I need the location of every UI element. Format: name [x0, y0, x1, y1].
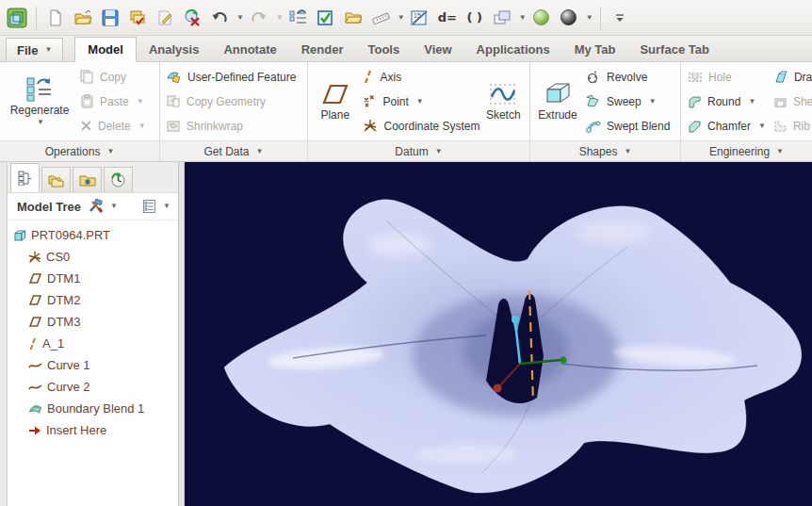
tree-item-label: DTM3 [47, 315, 80, 329]
parameters-button[interactable]: ( ) [463, 5, 487, 31]
tab-view[interactable]: View [412, 38, 463, 61]
extrude-button[interactable]: Extrude [533, 64, 582, 139]
coordinate-system-icon [363, 119, 378, 133]
verify-button[interactable] [314, 5, 338, 31]
navigator-collapse-strip[interactable] [0, 162, 8, 506]
sweep-button[interactable]: Sweep ▼ [582, 90, 674, 114]
tree-settings-icon[interactable] [142, 199, 156, 214]
operations-group-label[interactable]: Operations ▼ [0, 140, 159, 161]
appearance-ball-green-button[interactable] [529, 5, 554, 31]
folder-browser-tab[interactable] [41, 167, 71, 192]
tree-item-dtm3[interactable]: DTM3 [13, 311, 178, 333]
shell-button[interactable]: Shell [770, 90, 812, 114]
shrinkwrap-button[interactable]: Shrinkwrap [163, 114, 300, 139]
plane-button[interactable]: Plane [311, 64, 359, 139]
appearance-dropdown-arrow[interactable]: ▼ [586, 14, 593, 22]
delete-button[interactable]: Delete ▼ [76, 114, 150, 139]
datum-plane-icon [28, 294, 42, 306]
get-data-group-label[interactable]: Get Data ▼ [160, 140, 307, 161]
save-file-button[interactable] [98, 5, 122, 31]
tree-item-part[interactable]: PRT0964.PRT [13, 224, 178, 246]
engineering-group-label[interactable]: Engineering ▼ [681, 140, 812, 161]
erase-not-displayed-button[interactable] [180, 5, 204, 31]
coordinate-system-icon [28, 251, 41, 264]
chamfer-button[interactable]: Chamfer ▼ [684, 114, 770, 139]
hole-button[interactable]: Hole [684, 65, 770, 90]
open-folder-button[interactable] [341, 5, 365, 31]
shapes-group-label[interactable]: Shapes ▼ [530, 140, 680, 161]
sweep-dropdown-arrow: ▼ [649, 98, 657, 106]
tree-settings-dropdown-arrow[interactable]: ▼ [163, 203, 171, 210]
redo-button[interactable] [247, 5, 271, 31]
undo-dropdown-arrow[interactable]: ▼ [236, 14, 244, 22]
swept-blend-label: Swept Blend [607, 120, 670, 133]
new-file-button[interactable] [43, 5, 68, 31]
measure-dropdown-arrow[interactable]: ▼ [398, 14, 405, 22]
3d-viewport[interactable] [185, 162, 812, 506]
operations-group-label-text: Operations [45, 145, 101, 158]
tab-tools[interactable]: Tools [356, 38, 413, 61]
percent-calc-button[interactable]: 15 [408, 5, 432, 31]
copy-geometry-button[interactable]: Copy Geometry [163, 90, 300, 114]
draft-button[interactable]: Draft [770, 65, 812, 90]
tab-render[interactable]: Render [289, 38, 356, 61]
paste-button[interactable]: Paste ▼ [76, 90, 150, 114]
measure-button[interactable] [368, 5, 393, 31]
coordinate-system-button[interactable]: Coordinate System [359, 114, 479, 139]
ribbon-group-get-data: User-Defined Feature Copy Geometry Shrin… [160, 62, 308, 161]
tab-surface-tab[interactable]: Surface Tab [627, 38, 721, 61]
regenerate-list-button[interactable] [286, 5, 311, 31]
copy-icon [80, 70, 94, 84]
tab-my-tab[interactable]: My Tab [562, 38, 628, 61]
user-defined-feature-button[interactable]: User-Defined Feature [163, 65, 300, 90]
rib-button[interactable]: Rib [770, 114, 812, 139]
edit-disabled-button[interactable] [153, 5, 177, 31]
tree-item-insert-here[interactable]: Insert Here [13, 419, 178, 441]
switch-windows-button[interactable] [490, 5, 514, 31]
history-tab[interactable] [104, 167, 133, 192]
round-label: Round [707, 95, 740, 108]
file-menu-button[interactable]: File ▼ [6, 38, 63, 61]
swept-blend-icon [586, 119, 601, 133]
redo-dropdown-arrow[interactable]: ▼ [276, 14, 284, 22]
toolbar-overflow-button[interactable] [608, 5, 632, 31]
regenerate-button[interactable]: Regenerate ▼ [3, 64, 76, 139]
undo-button[interactable] [207, 5, 232, 31]
sketch-button[interactable]: Sketch [479, 64, 527, 139]
tree-item-curve2[interactable]: Curve 2 [13, 376, 178, 398]
save-as-button[interactable] [125, 5, 150, 31]
revolve-button[interactable]: Revolve [582, 65, 674, 90]
tree-tools-dropdown-arrow[interactable]: ▼ [110, 203, 118, 210]
round-button[interactable]: Round ▼ [684, 90, 770, 114]
tab-model[interactable]: Model [74, 37, 137, 62]
favorites-tab[interactable] [73, 167, 102, 192]
regenerate-label: Regenerate [10, 104, 70, 117]
tree-tools-icon[interactable] [88, 199, 104, 214]
model-tree-header: Model Tree ▼ ▼ [8, 193, 178, 220]
tree-item-a1[interactable]: A_1 [13, 333, 178, 354]
file-menu-label: File [17, 43, 38, 57]
tree-item-curve1[interactable]: Curve 1 [13, 354, 178, 376]
tree-item-dtm2[interactable]: DTM2 [13, 289, 178, 311]
datum-group-label[interactable]: Datum ▼ [308, 140, 529, 161]
swept-blend-button[interactable]: Swept Blend [582, 114, 674, 139]
open-file-button[interactable] [71, 5, 95, 31]
copy-geometry-icon [167, 94, 181, 108]
tab-analysis[interactable]: Analysis [137, 38, 211, 61]
tab-applications[interactable]: Applications [464, 38, 562, 61]
delete-dropdown-arrow: ▼ [138, 122, 146, 130]
tree-item-boundary-blend[interactable]: Boundary Blend 1 [13, 398, 178, 419]
relations-button[interactable]: d= [435, 5, 460, 31]
regenerate-dropdown-arrow: ▼ [37, 119, 44, 126]
model-tree-tab[interactable] [10, 163, 40, 192]
tab-annotate[interactable]: Annotate [211, 38, 288, 61]
switch-windows-dropdown-arrow[interactable]: ▼ [519, 14, 527, 22]
creo-logo-icon[interactable] [5, 5, 29, 31]
copy-button[interactable]: Copy [76, 65, 150, 90]
axis-button[interactable]: Axis [359, 65, 479, 90]
tree-item-dtm1[interactable]: DTM1 [13, 268, 178, 289]
engineering-group-label-text: Engineering [709, 145, 770, 158]
point-button[interactable]: Point ▼ [359, 90, 479, 114]
appearance-ball-dark-button[interactable] [557, 5, 581, 31]
tree-item-cs0[interactable]: CS0 [13, 246, 178, 268]
